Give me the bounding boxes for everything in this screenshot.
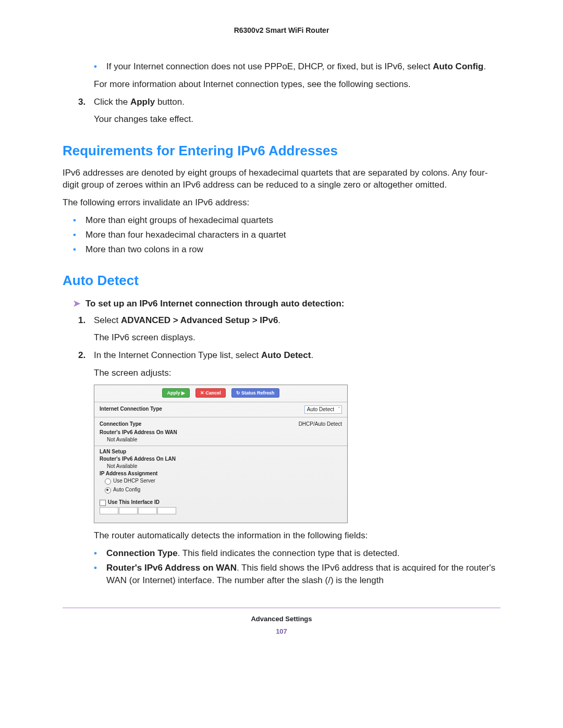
step-3: 3. Click the Apply button. [78,96,500,108]
task-text: To set up an IPv6 Internet connection th… [85,298,344,310]
page-number: 107 [63,627,500,636]
lan-setup-label: LAN Setup [100,448,342,455]
step-3-suffix: button. [155,97,185,107]
auto-step-1-suffix: . [278,315,280,325]
heading-auto-detect: Auto Detect [63,271,500,290]
auto-step-2: 2. In the Internet Connection Type list,… [78,349,500,362]
intro-bullet-bold: Auto Config [433,61,483,71]
bullet-icon: • [94,562,106,587]
req-para: IPv6 addresses are denoted by eight grou… [63,167,500,192]
cancel-button[interactable]: ✕ Cancel [195,388,226,398]
req-error-1-text: More than eight groups of hexadecimal qu… [85,214,500,227]
use-iface-checkbox[interactable] [100,500,106,506]
footer-rule [63,608,500,608]
auto-step-2-suffix: . [311,350,313,360]
field-conn-type: • Connection Type. This field indicates … [94,547,500,560]
req-error-1: • More than eight groups of hexadecimal … [73,214,500,227]
field-wan-addr-bold: Router's IPv6 Address on WAN [106,563,237,573]
req-error-2: • More than four hexadecimal characters … [73,229,500,241]
conn-type-value: DHCP/Auto Detect [299,421,342,428]
bullet-icon: • [73,229,85,241]
field-conn-type-bold: Connection Type [106,548,178,558]
auto-step-2-num: 2. [78,349,94,362]
apply-button[interactable]: Apply ▶ [162,388,190,398]
req-error-2-text: More than four hexadecimal characters in… [85,229,500,241]
use-dhcp-radio[interactable] [105,478,111,485]
doc-title: R6300v2 Smart WiFi Router [63,26,500,34]
auto-step-1-prefix: Select [94,315,121,325]
iface-id-inputs[interactable] [100,507,342,516]
router-ui-screenshot: Apply ▶ ✕ Cancel ↻ Status Refresh Intern… [94,385,348,524]
step-3-bold: Apply [130,97,155,107]
ip-assign-label: IP Address Assignment [100,470,342,477]
auto-config-radio[interactable] [105,487,111,493]
step-3-result: Your changes take effect. [94,113,500,126]
task-heading: ➤ To set up an IPv6 Internet connection … [73,298,500,310]
field-wan-addr: • Router's IPv6 Address on WAN. This fie… [94,562,500,587]
req-error-3-text: More than two colons in a row [85,243,500,256]
after-ui-para: The router automatically detects the inf… [94,529,500,542]
ict-select[interactable]: Auto Detect [304,405,342,414]
status-refresh-button[interactable]: ↻ Status Refresh [231,388,279,398]
heading-requirements: Requirements for Entering IPv6 Addresses [63,141,500,160]
step-3-num: 3. [78,96,94,108]
req-error-3: • More than two colons in a row [73,243,500,256]
auto-step-1: 1. Select ADVANCED > Advanced Setup > IP… [78,314,500,327]
bullet-icon: • [94,60,106,73]
auto-step-1-num: 1. [78,314,94,327]
lan-addr-value: Not Available [107,463,342,470]
auto-step-1-result: The IPv6 screen displays. [94,331,500,344]
lan-addr-label: Router's IPv6 Address On LAN [100,455,342,463]
bullet-icon: • [94,547,106,560]
intro-bullet-suffix: . [483,61,486,71]
ict-label: Internet Connection Type [100,405,162,414]
use-dhcp-label: Use DHCP Server [113,478,155,484]
wan-addr-label: Router's IPv6 Address On WAN [100,429,342,436]
arrow-icon: ➤ [73,298,85,310]
bullet-icon: • [73,243,85,256]
field-conn-type-text: . This field indicates the connection ty… [178,548,400,558]
footer-section: Advanced Settings [63,614,500,624]
auto-step-2-bold: Auto Detect [261,350,311,360]
intro-bullet-prefix: If your Internet connection does not use… [106,61,433,71]
conn-type-label: Connection Type [100,421,141,428]
bullet-icon: • [73,214,85,227]
use-iface-label: Use This Interface ID [108,499,160,505]
req-errors-intro: The following errors invalidate an IPv6 … [63,196,500,209]
auto-step-1-bold: ADVANCED > Advanced Setup > IPv6 [121,315,278,325]
auto-step-2-result: The screen adjusts: [94,367,500,379]
wan-addr-value: Not Available [107,436,342,443]
intro-more: For more information about Internet conn… [94,78,500,91]
auto-step-2-prefix: In the Internet Connection Type list, se… [94,350,261,360]
step-3-prefix: Click the [94,97,130,107]
intro-bullet: • If your Internet connection does not u… [94,60,500,73]
auto-config-label: Auto Config [113,487,140,492]
